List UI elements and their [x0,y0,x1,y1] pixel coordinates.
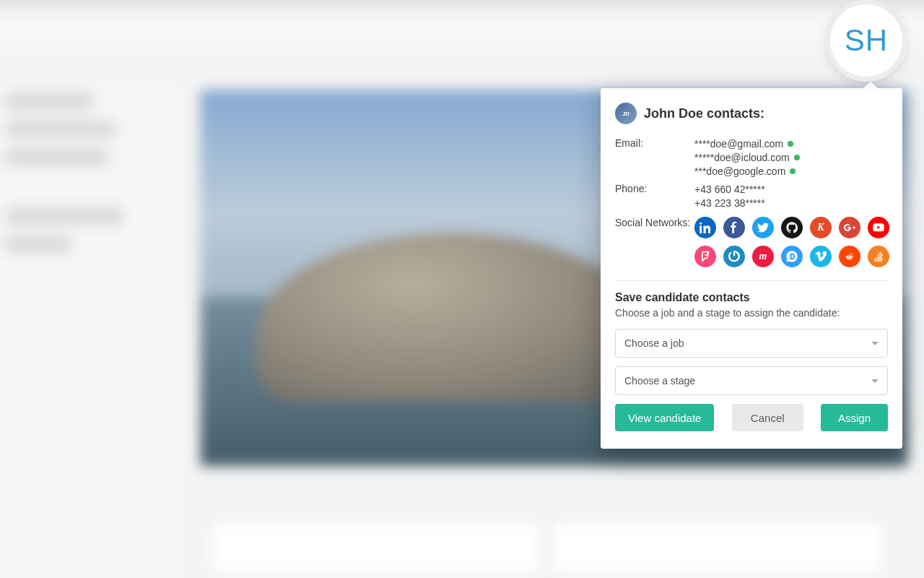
verified-dot-icon [788,141,793,147]
github-icon[interactable] [781,217,803,238]
save-title: Save candidate contacts [615,291,888,304]
email-item: ***doe@google.com [694,165,888,178]
phone-item: +43 660 42***** [694,183,888,197]
assign-button[interactable]: Assign [821,404,888,431]
verified-dot-icon [794,155,800,160]
facebook-icon[interactable] [723,217,745,238]
social-grid: Km [694,217,889,267]
reddit-icon[interactable] [839,246,860,267]
email-item: ****doe@gmail.com [694,137,888,151]
gravatar-icon[interactable] [723,246,745,267]
email-values: ****doe@gmail.com *****doe@icloud.com **… [694,137,888,178]
twitter-icon[interactable] [752,217,774,238]
email-label: Email: [615,137,694,178]
extension-badge-text: SH [845,23,888,58]
chevron-down-icon [871,379,879,383]
email-text: *****doe@icloud.com [694,151,790,165]
email-row: Email: ****doe@gmail.com *****doe@icloud… [615,137,888,178]
social-row: Social Networks: Km [615,217,888,267]
klout-icon[interactable]: K [810,217,832,238]
stage-select-text: Choose a stage [624,375,695,387]
social-label: Social Networks: [615,217,694,267]
verified-dot-icon [790,168,796,174]
email-item: *****doe@icloud.com [694,151,888,165]
divider [615,280,888,281]
contacts-panel: JD John Doe contacts: Email: ****doe@gma… [601,88,902,449]
email-text: ***doe@google.com [694,165,785,178]
view-candidate-button[interactable]: View candidate [615,404,714,431]
candidate-avatar: JD [615,103,637,124]
job-select-text: Choose a job [624,337,684,349]
stackoverflow-icon[interactable] [868,246,889,267]
meetup-icon[interactable]: m [752,246,774,267]
youtube-icon[interactable] [868,217,889,238]
save-subtitle: Choose a job and a stage to assign the c… [615,307,888,319]
extension-badge[interactable]: SH [830,4,902,77]
vimeo-icon[interactable] [810,246,832,267]
button-row: View candidate Cancel Assign [615,404,888,431]
phone-label: Phone: [615,183,694,210]
panel-header: JD John Doe contacts: [615,103,888,124]
phone-values: +43 660 42***** +43 223 38***** [694,183,888,210]
phone-item: +43 223 38***** [694,197,888,210]
foursquare-icon[interactable] [694,246,716,267]
phone-row: Phone: +43 660 42***** +43 223 38***** [615,183,888,210]
job-select[interactable]: Choose a job [615,329,888,358]
disqus-icon[interactable] [781,246,803,267]
panel-title: John Doe contacts: [644,106,764,121]
stage-select[interactable]: Choose a stage [615,366,888,395]
linkedin-icon[interactable] [694,217,716,238]
googleplus-icon[interactable] [839,217,860,238]
chevron-down-icon [871,342,879,345]
cancel-button[interactable]: Cancel [732,404,803,431]
email-text: ****doe@gmail.com [694,137,783,151]
